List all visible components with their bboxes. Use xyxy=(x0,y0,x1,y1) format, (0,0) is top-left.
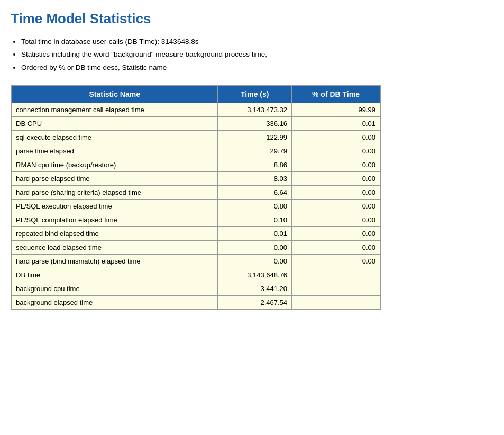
table-row: hard parse (sharing criteria) elapsed ti… xyxy=(11,185,380,199)
table-row: hard parse (bind mismatch) elapsed time0… xyxy=(11,254,380,268)
cell-pct: 0.00 xyxy=(292,199,380,213)
cell-time: 0.80 xyxy=(218,199,292,213)
cell-time: 0.00 xyxy=(218,254,292,268)
table-row: sql execute elapsed time122.990.00 xyxy=(11,130,380,144)
cell-time: 0.10 xyxy=(218,213,292,226)
table-row: DB time3,143,648.76 xyxy=(11,268,380,282)
cell-stat-name: connection management call elapsed time xyxy=(11,103,218,116)
cell-time: 6.64 xyxy=(218,185,292,199)
cell-pct: 0.00 xyxy=(292,226,380,240)
cell-pct xyxy=(292,295,380,310)
cell-pct: 99.99 xyxy=(292,103,380,116)
cell-pct: 0.01 xyxy=(292,116,380,130)
cell-time: 3,143,648.76 xyxy=(218,268,292,282)
col-header-time: Time (s) xyxy=(218,85,292,103)
cell-time: 336.16 xyxy=(218,116,292,130)
cell-time: 3,143,473.32 xyxy=(218,103,292,116)
table-row: PL/SQL execution elapsed time0.800.00 xyxy=(11,199,380,213)
col-header-name: Statistic Name xyxy=(11,85,218,103)
cell-time: 29.79 xyxy=(218,144,292,158)
table-row: background cpu time3,441.20 xyxy=(11,282,380,295)
page-title: Time Model Statistics xyxy=(11,11,493,27)
table-header-row: Statistic Name Time (s) % of DB Time xyxy=(11,85,380,103)
table-row: sequence load elapsed time0.000.00 xyxy=(11,240,380,254)
bullet-list: Total time in database user-calls (DB Ti… xyxy=(21,35,493,74)
cell-pct: 0.00 xyxy=(292,171,380,185)
cell-pct: 0.00 xyxy=(292,240,380,254)
cell-stat-name: background elapsed time xyxy=(11,295,218,310)
cell-stat-name: parse time elapsed xyxy=(11,144,218,158)
table-row: connection management call elapsed time3… xyxy=(11,103,380,116)
cell-time: 8.03 xyxy=(218,171,292,185)
table-row: parse time elapsed29.790.00 xyxy=(11,144,380,158)
stats-table: Statistic Name Time (s) % of DB Time con… xyxy=(11,85,381,310)
cell-stat-name: repeated bind elapsed time xyxy=(11,226,218,240)
cell-pct: 0.00 xyxy=(292,158,380,171)
cell-pct: 0.00 xyxy=(292,185,380,199)
cell-stat-name: DB time xyxy=(11,268,218,282)
cell-time: 122.99 xyxy=(218,130,292,144)
cell-time: 0.00 xyxy=(218,240,292,254)
table-row: hard parse elapsed time8.030.00 xyxy=(11,171,380,185)
cell-stat-name: hard parse (bind mismatch) elapsed time xyxy=(11,254,218,268)
bullet-item-1: Total time in database user-calls (DB Ti… xyxy=(21,35,493,48)
table-row: DB CPU336.160.01 xyxy=(11,116,380,130)
cell-stat-name: hard parse elapsed time xyxy=(11,171,218,185)
cell-pct: 0.00 xyxy=(292,130,380,144)
cell-pct: 0.00 xyxy=(292,213,380,226)
cell-time: 3,441.20 xyxy=(218,282,292,295)
cell-time: 8.86 xyxy=(218,158,292,171)
cell-stat-name: sequence load elapsed time xyxy=(11,240,218,254)
bullet-item-2: Statistics including the word "backgroun… xyxy=(21,48,493,61)
cell-pct xyxy=(292,268,380,282)
cell-pct xyxy=(292,282,380,295)
table-row: RMAN cpu time (backup/restore)8.860.00 xyxy=(11,158,380,171)
cell-stat-name: hard parse (sharing criteria) elapsed ti… xyxy=(11,185,218,199)
table-row: repeated bind elapsed time0.010.00 xyxy=(11,226,380,240)
cell-time: 0.01 xyxy=(218,226,292,240)
cell-stat-name: RMAN cpu time (backup/restore) xyxy=(11,158,218,171)
table-row: background elapsed time2,467.54 xyxy=(11,295,380,310)
cell-stat-name: background cpu time xyxy=(11,282,218,295)
cell-stat-name: PL/SQL execution elapsed time xyxy=(11,199,218,213)
cell-stat-name: PL/SQL compilation elapsed time xyxy=(11,213,218,226)
cell-time: 2,467.54 xyxy=(218,295,292,310)
cell-stat-name: sql execute elapsed time xyxy=(11,130,218,144)
col-header-pct: % of DB Time xyxy=(292,85,380,103)
cell-pct: 0.00 xyxy=(292,254,380,268)
cell-pct: 0.00 xyxy=(292,144,380,158)
cell-stat-name: DB CPU xyxy=(11,116,218,130)
bullet-item-3: Ordered by % or DB time desc, Statistic … xyxy=(21,61,493,74)
table-row: PL/SQL compilation elapsed time0.100.00 xyxy=(11,213,380,226)
